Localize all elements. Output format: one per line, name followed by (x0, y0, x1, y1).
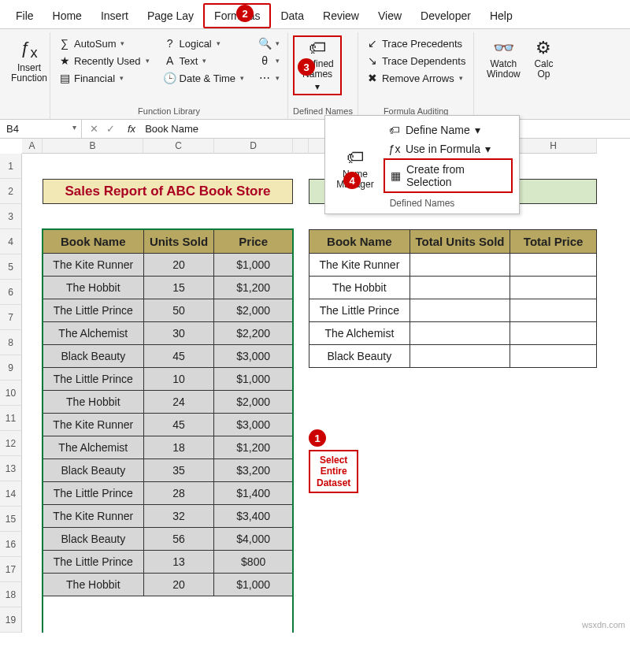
step-text: SelectEntireDataset (309, 450, 358, 493)
more-func-button[interactable]: ⋯▾ (255, 70, 283, 86)
tab-help[interactable]: Help (480, 5, 522, 27)
table-row[interactable]: The Little Prince13$800 (43, 551, 293, 574)
autosum-button[interactable]: ∑AutoSum▾ (55, 35, 128, 51)
financial-icon: ▤ (58, 72, 71, 84)
sigma-icon: ∑ (58, 37, 71, 50)
name-tag-icon: 🏷 (309, 39, 326, 58)
accept-icon[interactable]: ✓ (106, 123, 115, 135)
text-icon: A (164, 54, 176, 67)
table-row[interactable]: The Alchemist18$1,200 (43, 436, 293, 459)
table-row[interactable]: The Hobbit15$1,200 (43, 277, 293, 299)
remove-arrows-icon: ✖ (366, 72, 379, 84)
formula-icon: ƒx (388, 143, 401, 155)
math-button[interactable]: θ▾ (255, 53, 283, 69)
table-row[interactable]: The Little Prince28$1,400 (43, 482, 293, 505)
ribbon-tabs: FileHomeInsertPage LayFormulasDataReview… (0, 0, 630, 29)
clock-icon: 🕒 (164, 72, 176, 84)
date-time-button[interactable]: 🕒Date & Time▾ (161, 70, 248, 86)
table-row[interactable]: Black Beauty (309, 345, 597, 368)
table-row[interactable]: The Little Prince50$2,000 (43, 299, 293, 322)
recent-icon: ★ (58, 54, 71, 67)
create-from-selection-menu-item[interactable]: ▦Create from Selection (384, 158, 513, 193)
trace-dependents-button[interactable]: ↘Trace Dependents (363, 53, 469, 69)
precedents-icon: ↙ (366, 37, 379, 50)
formula-bar: B4 ✕ ✓ fx Book Name (0, 120, 630, 139)
ribbon: ƒx Insert Function ∑AutoSum▾ ★Recently U… (0, 29, 630, 120)
callout-1: 1 (309, 429, 326, 447)
fx-icon[interactable]: fx (123, 123, 140, 135)
defined-names-dropdown: 🏷 Name Manager 🏷Define Name▾ ƒxUse in Fo… (324, 115, 520, 214)
logical-button[interactable]: ?Logical▾ (161, 35, 224, 51)
sales-table[interactable]: Book NameUnits SoldPriceThe Kite Runner2… (43, 229, 293, 596)
step-annotation: 1 SelectEntireDataset (309, 429, 358, 493)
table-row[interactable]: The Alchemist30$2,200 (43, 322, 293, 345)
table-row[interactable]: The Little Prince (309, 299, 597, 322)
table-header[interactable]: Units Sold (143, 230, 214, 254)
table-row[interactable]: The Alchemist (309, 322, 597, 345)
fx-icon: ƒx (20, 39, 37, 61)
table-header[interactable]: Price (214, 230, 293, 254)
dropdown-caption: Defined Names (328, 195, 516, 210)
row-headers[interactable]: 12345678910111213141516171819 (0, 154, 22, 633)
lookup-button[interactable]: 🔍▾ (255, 35, 283, 51)
insert-function-button[interactable]: ƒx Insert Function (5, 35, 54, 87)
table-row[interactable]: The Kite Runner (309, 254, 597, 277)
table-row[interactable]: The Kite Runner32$3,400 (43, 505, 293, 528)
tab-data[interactable]: Data (271, 5, 313, 27)
table-row[interactable]: Black Beauty35$3,200 (43, 459, 293, 482)
table-row[interactable]: Black Beauty56$4,000 (43, 528, 293, 551)
name-box[interactable]: B4 (0, 120, 82, 138)
watch-icon: 👓 (493, 39, 514, 58)
table-header[interactable]: Book Name (309, 230, 410, 254)
table-row[interactable]: The Hobbit24$2,000 (43, 391, 293, 414)
watermark: wsxdn.com (582, 620, 625, 629)
table-row[interactable]: The Kite Runner45$3,000 (43, 414, 293, 436)
trace-precedents-button[interactable]: ↙Trace Precedents (363, 35, 465, 51)
tab-view[interactable]: View (369, 5, 411, 27)
table-row[interactable]: The Kite Runner20$1,000 (43, 254, 293, 277)
calc-options-button[interactable]: ⚙ Calc Op (528, 35, 559, 84)
dependents-icon: ↘ (366, 54, 379, 67)
table-row[interactable]: The Little Prince10$1,000 (43, 368, 293, 391)
logical-icon: ? (164, 37, 176, 50)
tab-developer[interactable]: Developer (411, 5, 480, 27)
table-header[interactable]: Total Price (510, 230, 597, 254)
tag-icon: 🏷 (388, 124, 401, 136)
callout-2: 2 (236, 5, 254, 22)
tab-file[interactable]: File (6, 5, 43, 27)
table-row[interactable]: The Hobbit20$1,000 (43, 574, 293, 596)
tab-page-lay[interactable]: Page Lay (138, 5, 203, 27)
callout-4: 4 (343, 172, 361, 189)
theta-icon: θ (258, 54, 271, 67)
lookup-icon: 🔍 (258, 37, 271, 50)
more-icon: ⋯ (258, 72, 271, 84)
financial-button[interactable]: ▤Financial▾ (55, 70, 127, 86)
tab-home[interactable]: Home (43, 5, 91, 27)
tab-insert[interactable]: Insert (91, 5, 138, 27)
recently-used-button[interactable]: ★Recently Used▾ (55, 53, 153, 69)
create-selection-icon: ▦ (390, 169, 402, 182)
table-header[interactable]: Book Name (43, 230, 144, 254)
name-manager-icon: 🏷 (346, 148, 364, 167)
worksheet[interactable]: ABCDH 12345678910111213141516171819 Sale… (0, 139, 630, 633)
watch-window-button[interactable]: 👓 Watch Window (479, 35, 528, 84)
table-row[interactable]: Black Beauty45$3,000 (43, 345, 293, 368)
calc-icon: ⚙ (536, 39, 551, 58)
callout-3: 3 (298, 58, 315, 76)
cancel-icon[interactable]: ✕ (90, 123, 98, 135)
tab-review[interactable]: Review (313, 5, 369, 27)
sales-report-title: Sales Report of ABC Book Store (43, 179, 293, 204)
table-header[interactable]: Total Units Sold (410, 230, 510, 254)
define-name-menu-item[interactable]: 🏷Define Name▾ (384, 121, 513, 139)
use-in-formula-menu-item[interactable]: ƒxUse in Formula▾ (384, 139, 513, 158)
group-label-function-library: Function Library (55, 105, 283, 117)
remove-arrows-button[interactable]: ✖Remove Arrows▾ (363, 70, 466, 86)
table-row[interactable]: The Hobbit (309, 277, 597, 299)
text-button[interactable]: AText▾ (161, 53, 210, 69)
summary-table[interactable]: Book NameTotal Units SoldTotal PriceThe … (309, 229, 597, 368)
